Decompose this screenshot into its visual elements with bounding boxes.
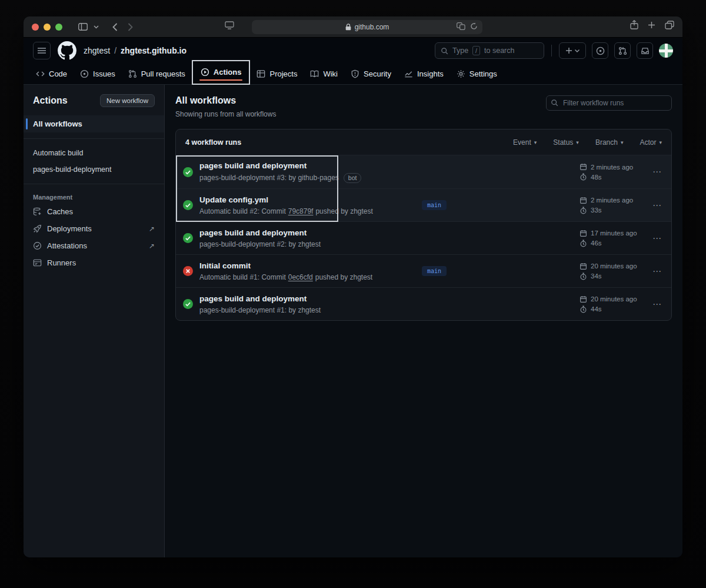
sidebar-item-pages-build-deployment[interactable]: pages-build-deployment [24, 161, 164, 178]
new-workflow-button[interactable]: New workflow [100, 94, 155, 107]
issues-dashboard-button[interactable] [592, 42, 608, 59]
global-menu-button[interactable] [33, 42, 51, 59]
workflow-run-row[interactable]: Update config.yml Automatic build #2: Co… [176, 188, 671, 221]
sidebar-toggle-icon[interactable] [75, 20, 91, 34]
page-preview-icon[interactable] [225, 21, 234, 29]
breadcrumb-separator: / [114, 46, 116, 55]
tab-settings[interactable]: Settings [450, 64, 504, 85]
tab-issues[interactable]: Issues [74, 64, 122, 85]
github-logo-icon[interactable] [58, 41, 76, 60]
tab-code[interactable]: Code [29, 64, 74, 85]
run-options-kebab[interactable]: ⋯ [647, 200, 662, 211]
tab-label: Issues [93, 69, 115, 78]
plus-icon [565, 47, 572, 54]
commit-sha-link[interactable]: 79c879f [288, 207, 314, 215]
minimize-window-button[interactable] [44, 24, 51, 31]
database-icon [33, 207, 42, 216]
workflow-run-row[interactable]: pages build and deployment pages-build-d… [176, 155, 671, 188]
code-icon [36, 69, 45, 78]
create-new-button[interactable] [559, 42, 586, 59]
run-options-kebab[interactable]: ⋯ [647, 266, 662, 277]
sidebar-item-deployments[interactable]: Deployments ↗ [24, 220, 164, 237]
run-title-link[interactable]: Update config.yml [199, 195, 379, 204]
book-icon [310, 69, 319, 78]
breadcrumb-owner[interactable]: zhgtest [84, 46, 110, 55]
run-description: pages-build-deployment #2: by zhgtest [199, 240, 321, 248]
global-search-input[interactable]: Type / to search [435, 42, 544, 59]
breadcrumb-repo[interactable]: zhgtest.github.io [121, 46, 187, 55]
share-icon[interactable] [630, 20, 638, 29]
workflow-run-row[interactable]: pages build and deployment pages-build-d… [176, 287, 671, 320]
bot-badge: bot [344, 173, 362, 183]
filter-status-dropdown[interactable]: Status▾ [553, 138, 579, 147]
tab-label: Wiki [323, 69, 338, 78]
run-description: pushed by zhgtest [315, 273, 372, 281]
stopwatch-icon [580, 240, 587, 247]
reload-icon[interactable] [470, 22, 478, 30]
run-description: pages-build-deployment #1: by zhgtest [199, 306, 321, 314]
caret-down-icon: ▾ [621, 139, 624, 145]
run-duration: 48s [591, 174, 602, 181]
sidebar-item-runners[interactable]: Runners [24, 254, 164, 271]
sidebar-item-all-workflows[interactable]: All workflows [24, 115, 164, 132]
branch-badge[interactable]: main [422, 266, 447, 276]
tab-label: Insights [417, 69, 444, 78]
close-window-button[interactable] [32, 24, 39, 31]
sidebar-item-automatic-build[interactable]: Automatic build [24, 145, 164, 161]
filter-event-dropdown[interactable]: Event▾ [513, 138, 537, 147]
zoom-window-button[interactable] [55, 24, 62, 31]
shield-icon [351, 69, 359, 78]
verified-icon [33, 241, 42, 250]
run-options-kebab[interactable]: ⋯ [647, 299, 662, 310]
branch-badge[interactable]: main [422, 200, 447, 210]
slash-key-hint: / [472, 46, 480, 55]
user-avatar[interactable] [659, 44, 673, 58]
workflow-run-row[interactable]: Initial commit Automatic build #1: Commi… [176, 254, 671, 287]
commit-sha-link[interactable]: 0ec6cfd [288, 273, 313, 281]
notifications-inbox-button[interactable] [637, 42, 653, 59]
sidebar-chevron-icon[interactable] [91, 20, 101, 34]
browser-window: github.com zhgtest / [24, 16, 682, 557]
run-title-link[interactable]: pages build and deployment [199, 294, 379, 303]
run-options-kebab[interactable]: ⋯ [647, 233, 662, 244]
translate-icon[interactable] [457, 22, 465, 30]
tab-wiki[interactable]: Wiki [304, 64, 344, 85]
runs-list-header: 4 workflow runs Event▾ Status▾ Branch▾ A… [176, 129, 671, 155]
stopwatch-icon [580, 207, 587, 214]
tab-pull-requests[interactable]: Pull requests [122, 64, 192, 85]
table-icon [257, 69, 265, 78]
workflow-run-row[interactable]: pages build and deployment pages-build-d… [176, 221, 671, 254]
caret-down-icon: ▾ [576, 139, 579, 145]
page-title: All workflows [175, 95, 276, 106]
filter-workflow-runs-input[interactable] [546, 95, 672, 111]
breadcrumb: zhgtest / zhgtest.github.io [84, 46, 187, 55]
filter-branch-dropdown[interactable]: Branch▾ [595, 138, 624, 147]
tab-label: Code [49, 69, 67, 78]
run-duration: 34s [591, 273, 602, 280]
run-title-link[interactable]: pages build and deployment [199, 161, 379, 170]
search-placeholder-suffix: to search [484, 46, 514, 55]
search-icon [551, 99, 558, 107]
filter-actor-dropdown[interactable]: Actor▾ [640, 138, 662, 147]
run-description: pushed by zhgtest [315, 207, 372, 215]
sidebar-item-attestations[interactable]: Attestations ↗ [24, 237, 164, 254]
tab-security[interactable]: Security [344, 64, 398, 85]
tab-overview-icon[interactable] [665, 21, 674, 29]
tab-projects[interactable]: Projects [250, 64, 304, 85]
tab-insights[interactable]: Insights [398, 64, 450, 85]
run-options-kebab[interactable]: ⋯ [647, 167, 662, 177]
calendar-icon [580, 295, 587, 303]
pull-requests-dashboard-button[interactable] [614, 42, 631, 59]
issue-opened-icon [80, 69, 89, 78]
address-bar[interactable]: github.com [252, 20, 482, 34]
run-title-link[interactable]: Initial commit [199, 261, 379, 270]
desktop-background: github.com zhgtest / [0, 0, 706, 588]
run-title-link[interactable]: pages build and deployment [199, 228, 379, 237]
new-tab-icon[interactable] [648, 21, 655, 29]
back-button[interactable] [107, 20, 122, 34]
sidebar-item-label: Caches [47, 207, 73, 216]
tab-actions[interactable]: Actions [192, 60, 251, 85]
sidebar-item-caches[interactable]: Caches [24, 203, 164, 220]
forward-button[interactable] [122, 20, 138, 34]
run-duration: 33s [591, 207, 602, 214]
